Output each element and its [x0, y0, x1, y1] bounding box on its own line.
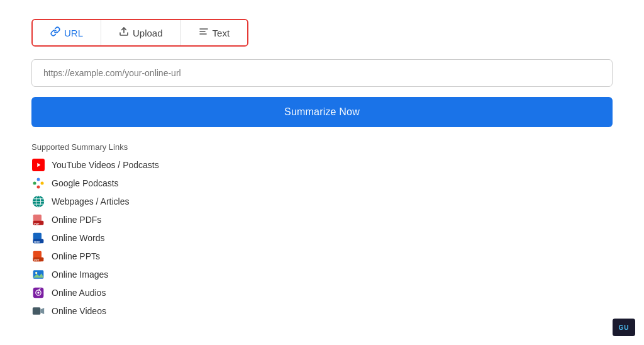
pdf-icon: PDF — [31, 213, 45, 227]
tab-url[interactable]: URL — [33, 20, 101, 45]
svg-text:DOC: DOC — [34, 240, 40, 244]
upload-icon — [119, 26, 129, 39]
list-item: YouTube Videos / Podcasts — [31, 158, 613, 172]
svg-point-29 — [37, 291, 39, 293]
list-item: Online Images — [31, 268, 613, 281]
list-item: Online Videos — [31, 304, 613, 318]
brand-logo: GU — [613, 319, 635, 336]
text-icon — [199, 26, 209, 39]
tab-url-label: URL — [64, 28, 83, 38]
word-icon: DOC — [31, 231, 45, 245]
svg-marker-32 — [40, 308, 44, 314]
svg-point-8 — [33, 182, 36, 185]
list-item: DOC Online Words — [31, 231, 613, 245]
list-item: Online Audios — [31, 286, 613, 300]
link-icon — [50, 26, 60, 39]
google-podcasts-icon — [31, 176, 45, 190]
svg-point-6 — [37, 178, 40, 181]
audio-icon — [31, 286, 45, 300]
tab-text-label: Text — [213, 28, 230, 38]
image-icon — [31, 268, 45, 281]
ppt-icon: PPT — [31, 249, 45, 263]
svg-point-7 — [37, 186, 40, 189]
supported-links-list: YouTube Videos / Podcasts Google Podcast… — [31, 158, 613, 318]
svg-text:PPT: PPT — [34, 259, 40, 262]
list-item: Google Podcasts — [31, 176, 613, 190]
supported-links-title: Supported Summary Links — [31, 142, 613, 152]
tab-upload-label: Upload — [133, 28, 163, 38]
svg-text:PDF: PDF — [34, 222, 40, 225]
svg-point-9 — [41, 182, 44, 185]
url-input[interactable] — [31, 59, 613, 87]
tab-upload[interactable]: Upload — [101, 20, 181, 45]
webpage-icon — [31, 195, 45, 208]
tab-group: URL Upload Text — [31, 19, 248, 47]
video-icon — [31, 304, 45, 318]
tab-text[interactable]: Text — [181, 20, 248, 45]
summarize-button[interactable]: Summarize Now — [31, 97, 613, 127]
svg-rect-31 — [33, 307, 41, 315]
youtube-icon — [31, 158, 45, 172]
supported-links-section: Supported Summary Links YouTube Videos /… — [31, 142, 613, 318]
url-input-wrapper — [31, 59, 613, 87]
list-item: PPT Online PPTs — [31, 249, 613, 263]
list-item: PDF Online PDFs — [31, 213, 613, 227]
list-item: Webpages / Articles — [31, 195, 613, 208]
svg-point-25 — [35, 272, 37, 274]
